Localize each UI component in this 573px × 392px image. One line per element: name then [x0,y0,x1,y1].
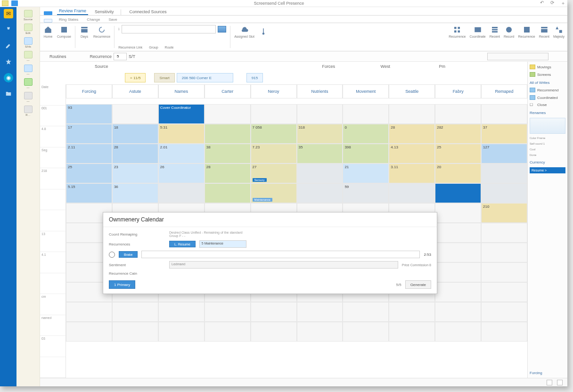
search-box[interactable] [487,53,548,60]
cell[interactable]: 26 [158,163,205,183]
dlg-primary-button[interactable]: 1 Primary [109,280,135,289]
cell[interactable]: 2.01 [158,144,205,163]
file-subtab[interactable] [44,19,52,23]
cell[interactable] [435,322,481,342]
col-header[interactable]: Forcing [66,84,112,98]
cell[interactable] [205,104,251,124]
nav-save[interactable]: S/Hs [17,37,39,48]
cell[interactable] [205,124,251,144]
cell[interactable]: 3.11 [389,163,435,183]
cell[interactable] [481,104,527,124]
col-header[interactable]: Astute [112,84,158,98]
cell[interactable] [481,322,527,342]
cell[interactable] [297,163,343,183]
cell[interactable]: 398 [343,144,389,163]
rbtn-cloud[interactable]: Assigned Slot [234,25,254,38]
cell[interactable]: 210 [481,203,527,223]
cell[interactable]: 93 [66,104,112,124]
rr6[interactable]: Recent [539,25,549,38]
col-header[interactable]: Carter [205,84,251,98]
rr1[interactable]: Recurrence [449,25,466,38]
rp-selected[interactable]: Resume > [530,167,565,173]
rr4[interactable]: Record [504,25,515,38]
rr5[interactable]: Recurrence [518,25,535,38]
cell[interactable]: 2.11 [66,144,112,163]
cell[interactable] [297,322,343,342]
cell[interactable] [297,183,343,203]
col-header[interactable]: Fabry [435,84,481,98]
cell[interactable] [435,262,481,282]
cell[interactable] [435,302,481,322]
cell[interactable]: 21 [343,163,389,183]
rbtn-route[interactable]: Route [165,46,174,49]
cell[interactable] [158,302,205,322]
cell[interactable]: 28 [389,124,435,144]
cell[interactable]: 282 [435,124,481,144]
cell[interactable]: 37 [481,124,527,144]
nav-rec[interactable]: — [17,51,39,62]
cell[interactable]: 5.15 [66,183,112,203]
cell[interactable] [66,322,112,342]
cell[interactable] [389,183,435,203]
view-mode-1[interactable] [547,380,552,385]
cell[interactable]: 38 [205,144,251,163]
cell[interactable]: 17 [66,124,112,144]
cell[interactable]: 7.23 [251,144,297,163]
rr7[interactable]: Majesty [553,25,565,38]
file-tab[interactable] [44,11,52,15]
cell[interactable] [112,104,158,124]
cell[interactable] [481,183,527,203]
cell[interactable] [158,322,205,342]
rr2[interactable]: Coordinate [469,25,485,38]
rail-mail-icon[interactable]: ✉ [4,9,13,18]
cell[interactable]: 0 [343,124,389,144]
cell[interactable] [251,104,297,124]
cell[interactable] [481,163,527,183]
cell[interactable]: 127 [481,144,527,163]
cell[interactable] [343,322,389,342]
rail-cut-icon[interactable] [4,25,13,34]
nav-copy[interactable]: — [17,92,39,103]
cell[interactable] [251,322,297,342]
cell[interactable]: 318 [297,124,343,144]
col-header[interactable]: Nutrients [297,84,343,98]
cell[interactable] [389,322,435,342]
cell[interactable]: Cover Coordinator [158,104,205,124]
col-header[interactable]: Neroy [251,84,297,98]
cell[interactable] [205,302,251,322]
cell[interactable] [435,223,481,243]
nav-people[interactable]: — [17,65,39,75]
refresh-icon[interactable]: ⟳ [550,0,554,7]
dlg-radio[interactable] [109,252,115,258]
dlg-chip-resume[interactable]: L. Resume [169,241,196,247]
cell[interactable] [435,243,481,262]
cell[interactable]: 5:31 [158,124,205,144]
cell[interactable] [66,302,112,322]
col-header[interactable]: Remaped [481,84,527,98]
dlg-input-sent[interactable]: Ledmand [169,261,398,269]
cell[interactable] [481,282,527,302]
rbtn-group[interactable]: Group [149,46,158,49]
cell[interactable] [205,183,251,203]
cell[interactable] [435,282,481,302]
cell[interactable] [435,203,481,223]
cell[interactable]: 25 [66,163,112,183]
col-header[interactable]: Movement [343,84,389,98]
rbtn-compose[interactable]: Compose [57,25,71,38]
ds2[interactable]: Smart [154,73,174,82]
cell[interactable]: 36 [112,183,158,203]
rr3[interactable]: Recent [490,25,500,38]
rp-a2[interactable]: Coordinated [530,95,565,100]
cell[interactable] [389,104,435,124]
rail-folder-icon[interactable] [4,89,13,98]
rail-edit-icon[interactable] [4,41,13,50]
rbtn-days[interactable]: Days [79,25,90,38]
cell[interactable]: 59 [343,183,389,203]
cell[interactable] [343,104,389,124]
ribbon-tab-sensitivity[interactable]: Sensitivity [93,8,116,15]
cell[interactable] [481,243,527,262]
cell[interactable]: 20 [435,163,481,183]
nav-edit[interactable]: Edit [17,24,39,34]
dlg-chip-brake[interactable]: Brake [119,251,138,258]
cell[interactable] [435,104,481,124]
